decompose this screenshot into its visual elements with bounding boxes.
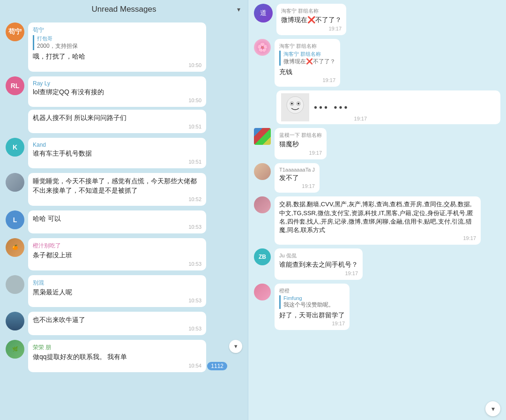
avatar: K [6, 138, 24, 157]
avatar [254, 128, 271, 145]
message-bubble: 也不出来吹牛逼了 10:53 [28, 312, 206, 335]
sender-name: 苟宁 [33, 26, 201, 34]
message-bubble: 淘客宁 群组名称 淘客宁 群组名称 微博现在❌不了了？ 充钱 19:17 [275, 39, 340, 87]
message-text: 充钱 [279, 68, 335, 77]
message-text: 发不了 [279, 173, 315, 183]
chevron-down-icon[interactable]: ▾ [237, 6, 240, 13]
avatar: 🌿 [6, 340, 24, 359]
quoted-block: Fimfung 我这个号没赞助呢。 [279, 295, 345, 309]
left-panel: Unread Messages ▾ 苟宁 苟宁 打包哥 2000，支持担保 哦，… [0, 0, 248, 420]
message-bubble: Ray Ly lol查绑定QQ 有没有接的 10:50 [28, 76, 206, 107]
avatar: 道 [254, 4, 273, 22]
message-bubble: 苟宁 打包哥 2000，支持担保 哦，打扰了，哈哈 10:50 [28, 22, 206, 72]
sender-name: 橙汁别吃了 [33, 242, 201, 250]
cross-icon: ❌ [307, 16, 315, 23]
message-bubble: Ju 侃侃 谁能查到来去之间手机号？ 19:17 [275, 248, 363, 280]
list-item: 苟宁 苟宁 打包哥 2000，支持担保 哦，打扰了，哈哈 10:50 [6, 22, 242, 72]
header-title: Unread Messages [92, 5, 156, 14]
quoted-text: 微博现在❌不了了？ [283, 58, 335, 66]
svg-point-5 [298, 103, 299, 105]
message-text: 微博现在❌不了了？ [281, 15, 342, 25]
sender-name: Kand [33, 142, 201, 148]
avatar: ZB [254, 248, 271, 265]
message-bubble: 橙汁别吃了 条子都没上班 10:53 [28, 238, 206, 270]
scroll-down-container: ▾ [227, 340, 242, 355]
quoted-text: 2000，支持担保 [37, 42, 201, 50]
scroll-down-button[interactable]: ▾ [229, 340, 242, 353]
list-item: 睡觉睡觉，今天不接单了，感觉有点慌，今天那些大佬都不出来接单了，不知道是不是被抓… [6, 173, 242, 205]
sender-name: 橙橙 [279, 287, 345, 294]
meme-image [281, 93, 309, 121]
message-text: 机器人搜不到 所以来问问路子们 [33, 113, 201, 123]
list-item: 道 淘客宁 群组名称 微博现在❌不了了？ 19:17 [254, 4, 500, 35]
message-text: 好了，天哥出群留学了 [279, 311, 345, 320]
sender-name: 淘客宁 群组名称 [279, 43, 335, 50]
sender-name: Ray Ly [33, 80, 201, 87]
list-item: T1aaaaaaaTa J 发不了 19:17 [254, 163, 500, 193]
list-item: 🌿 荣荣 朋 做qq提取好友的联系我。 我有单 10:54 1112 ▾ [6, 340, 242, 372]
message-time: 10:50 [33, 62, 201, 68]
message-bubble-wrap: 荣荣 朋 做qq提取好友的联系我。 我有单 10:54 1112 [28, 340, 223, 372]
sender-name: T1aaaaaaaTa J [279, 167, 315, 172]
unread-badge: 1112 [207, 362, 227, 370]
message-bubble: 淘客宁 群组名称 微博现在❌不了了？ 19:17 [276, 4, 346, 35]
message-text: lol查绑定QQ 有没有接的 [33, 88, 201, 97]
message-bubble: 荣荣 朋 做qq提取好友的联系我。 我有单 10:54 [28, 340, 206, 372]
message-time: 10:53 [33, 298, 201, 303]
meme-dots: ••• ••• [314, 102, 350, 113]
quoted-block: 淘客宁 群组名称 微博现在❌不了了？ [279, 51, 335, 66]
message-time: 10:50 [33, 98, 201, 103]
list-item: 也不出来吹牛逼了 10:53 [6, 312, 242, 335]
sender-name: 淘客宁 群组名称 [281, 8, 342, 15]
message-time: 19:17 [279, 270, 358, 276]
list-item: 🌸 淘客宁 群组名称 淘客宁 群组名称 微博现在❌不了了？ 充钱 19:17 [254, 39, 500, 87]
message-text: 交易,数据,翻墙,CVV,黑产,灰产,博彩,查询,查档,查开房,查同住,交易,数… [279, 200, 476, 234]
message-text: 猫魔秒 [279, 140, 322, 149]
scroll-down-button[interactable]: ▾ [485, 401, 500, 416]
svg-point-1 [287, 97, 304, 113]
svg-point-4 [291, 103, 293, 105]
messages-list[interactable]: 苟宁 苟宁 打包哥 2000，支持担保 哦，打扰了，哈哈 10:50 RL Ra… [0, 19, 248, 420]
message-text: 哈哈 可以 [33, 214, 201, 224]
list-item: 橙橙 Fimfung 我这个号没赞助呢。 好了，天哥出群留学了 19:17 [254, 284, 500, 330]
quoted-name: 打包哥 [37, 35, 201, 42]
quoted-name: 淘客宁 群组名称 [283, 51, 335, 58]
message-time: 19:17 [279, 183, 315, 189]
message-text: 谁能查到来去之间手机号？ [279, 260, 358, 270]
sender-name: 蓝模一下 群组名称 [279, 132, 322, 139]
message-time: 10:53 [33, 224, 201, 230]
message-time: 10:51 [33, 124, 201, 129]
avatar [6, 173, 24, 192]
message-text: 条子都没上班 [33, 251, 201, 260]
avatar [254, 196, 271, 213]
message-text: 哦，打扰了，哈哈 [33, 52, 201, 61]
message-bubble: 机器人搜不到 所以来问问路子们 10:51 [28, 110, 206, 133]
message-text: 睡觉睡觉，今天不接单了，感觉有点慌，今天那些大佬都不出来接单了，不知道是不是被抓… [33, 177, 201, 195]
avatar: 🍊 [6, 238, 24, 257]
message-text: 黑枭最近人呢 [33, 288, 201, 297]
quoted-block: 打包哥 2000，支持担保 [33, 35, 201, 50]
list-item: 蓝模一下 群组名称 猫魔秒 19:17 [254, 128, 500, 159]
sender-name: 荣荣 朋 [33, 344, 201, 352]
list-item: RL Ray Ly lol查绑定QQ 有没有接的 10:50 机器人搜不到 所以… [6, 76, 242, 133]
message-bubble: 蓝模一下 群组名称 猫魔秒 19:17 [275, 128, 327, 159]
message-time: 19:17 [279, 77, 335, 83]
sender-name: Ju 侃侃 [279, 252, 358, 259]
list-item: ••• ••• 19:17 [276, 90, 500, 124]
message-bubble: 睡觉睡觉，今天不接单了，感觉有点慌，今天那些大佬都不出来接单了，不知道是不是被抓… [28, 173, 206, 205]
avatar [254, 163, 271, 180]
right-panel[interactable]: 道 淘客宁 群组名称 微博现在❌不了了？ 19:17 🌸 淘客宁 群组名称 淘客… [248, 0, 506, 420]
message-bubble: 别混 黑枭最近人呢 10:53 [28, 275, 206, 308]
avatar: 🌸 [254, 39, 271, 56]
message-time: 10:52 [33, 196, 201, 202]
message-time: 19:17 [279, 235, 476, 241]
list-item: L 哈哈 可以 10:53 [6, 210, 242, 234]
message-time: 10:53 [33, 326, 201, 331]
list-item: 别混 黑枭最近人呢 10:53 [6, 275, 242, 308]
message-time: 19:17 [279, 321, 345, 326]
message-time: 19:17 [354, 116, 367, 121]
quoted-name: Fimfung [283, 295, 345, 301]
avatar: L [6, 210, 24, 229]
message-bubble: Kand 谁有车主手机号数据 10:51 [28, 138, 206, 169]
message-bubble: T1aaaaaaaTa J 发不了 19:17 [275, 163, 320, 193]
